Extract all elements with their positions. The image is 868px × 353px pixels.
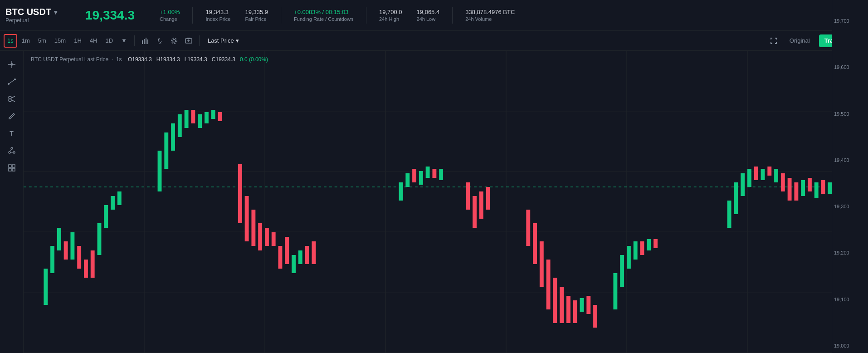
layout-tool[interactable] [5, 162, 18, 174]
node-tool[interactable] [5, 144, 18, 157]
price-level-8: 19,000 [834, 343, 866, 348]
line-tool[interactable] [5, 75, 18, 88]
fair-price-value: 19,335.9 [245, 9, 268, 15]
svg-rect-29 [12, 168, 15, 171]
svg-rect-68 [265, 228, 269, 246]
time-btn-1h[interactable]: 1H [70, 34, 85, 48]
svg-rect-81 [432, 169, 436, 178]
svg-point-5 [171, 38, 177, 44]
volume-label: 24h Volume [465, 16, 515, 22]
time-btn-1d[interactable]: 1D [102, 34, 117, 48]
svg-point-17 [9, 99, 11, 102]
chart-sidebar: T [0, 51, 24, 353]
svg-rect-3 [147, 39, 148, 44]
pen-tool[interactable] [5, 110, 18, 123]
price-level-1: 19,700 [834, 18, 866, 24]
fullscreen-btn[interactable] [767, 34, 780, 48]
svg-rect-105 [727, 201, 731, 228]
svg-rect-101 [634, 241, 638, 260]
svg-rect-28 [9, 168, 11, 171]
svg-point-22 [13, 152, 15, 153]
formula-btn[interactable]: fx [153, 34, 166, 48]
sep2 [281, 7, 281, 24]
sep1 [192, 7, 193, 24]
time-btn-more[interactable]: ▼ [117, 34, 131, 48]
svg-rect-54 [158, 151, 162, 191]
sep3 [366, 7, 366, 24]
svg-rect-117 [808, 178, 812, 191]
svg-rect-50 [98, 223, 102, 255]
svg-rect-65 [245, 196, 249, 241]
funding-rate-value: +0.0083% / 00:15:03 [294, 9, 353, 15]
stat-24h-volume: 338,878.4976 BTC 24h Volume [462, 9, 518, 22]
crosshair-tool[interactable] [5, 58, 18, 71]
time-btn-5m[interactable]: 5m [34, 34, 50, 48]
svg-rect-58 [185, 110, 189, 128]
svg-rect-109 [754, 167, 758, 180]
volume-value: 338,878.4976 BTC [465, 9, 515, 15]
symbol-chevron-icon[interactable]: ▾ [54, 9, 57, 16]
screenshot-btn[interactable] [182, 34, 195, 48]
settings-btn[interactable] [167, 34, 181, 48]
original-view-btn[interactable]: Original [784, 34, 815, 47]
svg-rect-69 [272, 232, 276, 246]
price-level-2: 19,600 [834, 64, 866, 70]
svg-rect-113 [781, 173, 785, 191]
symbol-name[interactable]: BTC USDT ▾ [5, 7, 78, 17]
index-price-label: Index Price [205, 16, 230, 22]
svg-rect-93 [566, 296, 571, 323]
price-source-btn[interactable]: Last Price ▾ [203, 35, 244, 46]
index-price-value: 19,343.3 [205, 9, 230, 15]
svg-rect-71 [285, 237, 289, 264]
low-value: 19,065.4 [417, 9, 440, 15]
toolbar-sep1 [134, 35, 135, 46]
svg-rect-62 [211, 110, 215, 119]
time-btn-4h[interactable]: 4H [86, 34, 101, 48]
svg-rect-48 [84, 260, 88, 278]
scissors-tool[interactable] [5, 93, 18, 105]
svg-rect-89 [540, 241, 544, 287]
indicator-btn[interactable] [138, 34, 152, 48]
svg-rect-73 [298, 250, 302, 264]
svg-rect-67 [258, 223, 262, 250]
svg-rect-95 [580, 298, 584, 312]
svg-rect-90 [546, 260, 551, 309]
change-value: +1.00% [160, 9, 180, 15]
candles-group-4 [526, 210, 658, 328]
svg-rect-85 [479, 191, 483, 219]
svg-rect-120 [828, 182, 832, 194]
svg-line-13 [9, 79, 15, 84]
price-level-6: 19,200 [834, 250, 866, 255]
time-btn-15m[interactable]: 15m [51, 34, 69, 48]
svg-rect-111 [767, 167, 771, 176]
chart-info-bar: BTC USDT Perpetual Last Price · 1s O1933… [31, 56, 268, 63]
svg-rect-74 [305, 246, 309, 264]
svg-line-24 [12, 149, 14, 152]
svg-rect-46 [70, 232, 74, 260]
svg-rect-99 [620, 255, 624, 287]
svg-line-19 [11, 100, 15, 102]
svg-rect-70 [278, 246, 283, 269]
svg-rect-0 [142, 40, 143, 44]
svg-rect-108 [747, 169, 751, 187]
svg-rect-53 [117, 191, 122, 205]
svg-rect-114 [788, 178, 792, 201]
svg-line-18 [11, 96, 15, 98]
chart-toolbar: 1s 1m 5m 15m 1H 4H 1D ▼ fx Last Price [0, 31, 868, 51]
high-label: 24h High [379, 16, 402, 22]
time-btn-1m[interactable]: 1m [18, 34, 34, 48]
stat-funding-rate: +0.0083% / 00:15:03 Funding Rate / Count… [290, 9, 357, 22]
svg-rect-115 [794, 182, 798, 201]
text-tool[interactable]: T [5, 127, 18, 140]
svg-point-16 [9, 96, 11, 99]
price-level-3: 19,500 [834, 111, 866, 117]
header: BTC USDT ▾ Perpetual 19,334.3 +1.00% Cha… [0, 0, 868, 31]
chart-main[interactable]: BTC USDT Perpetual Last Price · 1s O1933… [24, 51, 868, 353]
settings-icon [171, 37, 178, 44]
time-btn-1s[interactable]: 1s [4, 34, 17, 48]
price-level-7: 19,100 [834, 297, 866, 302]
candles-group-1 [44, 191, 121, 305]
fair-price-label: Fair Price [245, 16, 268, 22]
svg-rect-61 [205, 112, 209, 123]
candles-group-3 [399, 167, 490, 228]
